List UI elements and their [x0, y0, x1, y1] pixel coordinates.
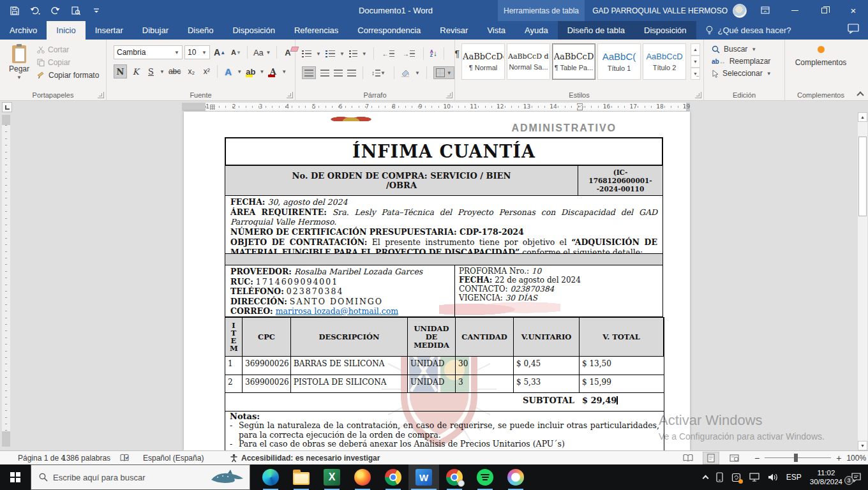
style-titulo-1[interactable]: AaBbC( Título 1	[597, 43, 641, 80]
document-page[interactable]: ADMINISTRATIVO ÍNFIMA CUANTÍA No. DE ORD…	[184, 112, 690, 450]
style-table-paragraph[interactable]: AaBbCcD ¶ Table Pa...	[552, 43, 595, 80]
align-center-icon[interactable]	[320, 70, 329, 77]
line-spacing-icon[interactable]: ↕▼	[370, 66, 387, 80]
ribbon-display-options-icon[interactable]	[751, 0, 780, 21]
tab-insertar[interactable]: Insertar	[86, 21, 133, 40]
clock[interactable]: 11:02 30/8/2024	[810, 468, 842, 486]
tab-disposicion-tabla[interactable]: Disposición	[634, 21, 696, 40]
taskbar-edge-icon[interactable]	[255, 464, 286, 490]
text-effects-caret-icon[interactable]: ▼	[237, 69, 242, 75]
tab-referencias[interactable]: Referencias	[285, 21, 348, 40]
strikethrough-button[interactable]: abc	[167, 64, 183, 78]
print-layout-icon[interactable]	[703, 452, 719, 464]
vertical-scrollbar[interactable]: ▲ ▼	[858, 112, 867, 450]
numbering-icon[interactable]	[326, 50, 335, 57]
email-link[interactable]: marirosa lozada@hotmail.com	[276, 306, 398, 316]
save-icon[interactable]	[9, 5, 20, 17]
style-normal[interactable]: AaBbCcDc ¶ Normal	[461, 43, 505, 80]
complementos-button[interactable]: Complementos	[785, 46, 857, 67]
table-column-marker-icon[interactable]	[210, 105, 215, 110]
underline-button[interactable]: S	[144, 64, 158, 78]
your-phone-icon[interactable]	[716, 472, 723, 482]
start-button[interactable]	[0, 464, 31, 490]
taskbar-spotify-icon[interactable]	[470, 464, 500, 490]
font-color-button[interactable]: A	[266, 64, 280, 78]
accessibility-status[interactable]: Accesibilidad: es necesario investigar	[230, 451, 380, 464]
align-right-icon[interactable]	[334, 70, 343, 77]
scrollbar-thumb[interactable]	[858, 137, 867, 216]
update-status-icon[interactable]	[731, 473, 741, 482]
tab-diseno-de-tabla[interactable]: Diseño de tabla	[558, 21, 634, 40]
dialog-launcher-icon[interactable]	[98, 92, 104, 98]
horizontal-ruler[interactable]: 12345678910111213141516171819	[182, 103, 690, 111]
undo-icon[interactable]	[29, 5, 41, 17]
tab-revisar[interactable]: Revisar	[430, 21, 477, 40]
subscript-button[interactable]: x₂	[184, 64, 198, 78]
increase-indent-icon[interactable]: →	[401, 47, 417, 61]
action-center-icon[interactable]: 3	[851, 473, 862, 482]
zoom-slider-thumb[interactable]	[794, 454, 798, 462]
taskbar-word-icon[interactable]: W	[408, 464, 439, 490]
styles-more-icon[interactable]: ▼̲	[691, 68, 700, 80]
shrink-font-button[interactable]: A▼	[229, 45, 243, 59]
grow-font-button[interactable]: A▲	[212, 45, 227, 59]
collapse-ribbon-icon[interactable]	[857, 91, 864, 98]
decrease-indent-icon[interactable]: ←	[380, 47, 396, 61]
bold-button[interactable]: N	[114, 64, 127, 78]
copy-button[interactable]: Copiar	[37, 58, 99, 67]
dialog-launcher-icon[interactable]	[287, 92, 293, 98]
format-painter-button[interactable]: Copiar formato	[37, 71, 99, 80]
tab-archivo[interactable]: Archivo	[0, 21, 47, 40]
style-normal-sa[interactable]: AaBbCcD dE Normal Sa...	[507, 43, 550, 80]
zoom-level[interactable]: 100%	[846, 454, 866, 463]
network-icon[interactable]	[749, 473, 760, 482]
zoom-slider[interactable]	[765, 457, 831, 458]
paste-button[interactable]: Pegar ▼	[5, 44, 33, 89]
page-indicator[interactable]: Página 1 de 4	[18, 451, 65, 464]
account-info[interactable]: GAD PARROQUIAL VALLE HERMOSO	[592, 0, 747, 21]
align-left-icon[interactable]	[302, 66, 316, 79]
volume-icon[interactable]	[768, 473, 778, 482]
find-button[interactable]: Buscar▼	[712, 45, 772, 54]
italic-button[interactable]: K	[129, 64, 142, 78]
vertical-ruler[interactable]	[2, 115, 10, 447]
multilevel-list-icon[interactable]	[349, 50, 357, 57]
redo-icon[interactable]	[50, 5, 61, 17]
tab-diseno[interactable]: Diseño	[178, 21, 223, 40]
highlight-caret-icon[interactable]: ▼	[259, 69, 264, 75]
close-button[interactable]: ×	[839, 0, 868, 21]
font-size-input[interactable]: 10▼	[184, 45, 210, 59]
taskbar-search-input[interactable]: Escribe aquí para buscar	[31, 464, 250, 490]
tab-dibujar[interactable]: Dibujar	[133, 21, 178, 40]
cut-button[interactable]: Cortar	[37, 45, 99, 54]
sort-icon[interactable]: AZ↓	[430, 49, 437, 58]
tab-disposicion[interactable]: Disposición	[223, 21, 284, 40]
taskbar-chrome-profile-icon[interactable]	[439, 464, 470, 490]
scroll-down-icon[interactable]: ▼	[858, 441, 867, 450]
clear-formatting-button[interactable]: A	[281, 45, 294, 59]
select-button[interactable]: Seleccionar▼	[712, 69, 772, 78]
highlight-button[interactable]: ab	[244, 64, 257, 78]
scroll-up-icon[interactable]: ▲	[858, 112, 867, 122]
font-color-caret-icon[interactable]: ▼	[281, 69, 287, 75]
replace-button[interactable]: ab↔ Reemplazar	[712, 57, 772, 66]
dialog-launcher-icon[interactable]	[695, 92, 701, 98]
tab-ayuda[interactable]: Ayuda	[515, 21, 558, 40]
taskbar-chrome-icon[interactable]	[378, 464, 408, 490]
dialog-launcher-icon[interactable]	[446, 92, 453, 98]
taskbar-excel-icon[interactable]: X	[317, 464, 347, 490]
zoom-out-icon[interactable]: −	[754, 453, 760, 463]
tab-inicio[interactable]: Inicio	[47, 21, 85, 40]
language-indicator[interactable]: Español (España)	[143, 451, 204, 464]
feedback-icon[interactable]	[848, 24, 859, 34]
print-preview-icon[interactable]	[70, 5, 82, 17]
borders-icon[interactable]: ▼	[433, 66, 454, 79]
text-effects-button[interactable]: A	[221, 64, 235, 78]
indent-marker[interactable]	[577, 103, 583, 110]
superscript-button[interactable]: x²	[200, 64, 213, 78]
keyboard-language[interactable]: ESP	[786, 473, 802, 482]
style-titulo-2[interactable]: AaBbCcD Título 2	[643, 43, 686, 80]
shading-icon[interactable]	[401, 69, 410, 77]
tab-stop-selector[interactable]	[2, 102, 12, 112]
font-name-input[interactable]: Cambria▼	[114, 45, 183, 59]
